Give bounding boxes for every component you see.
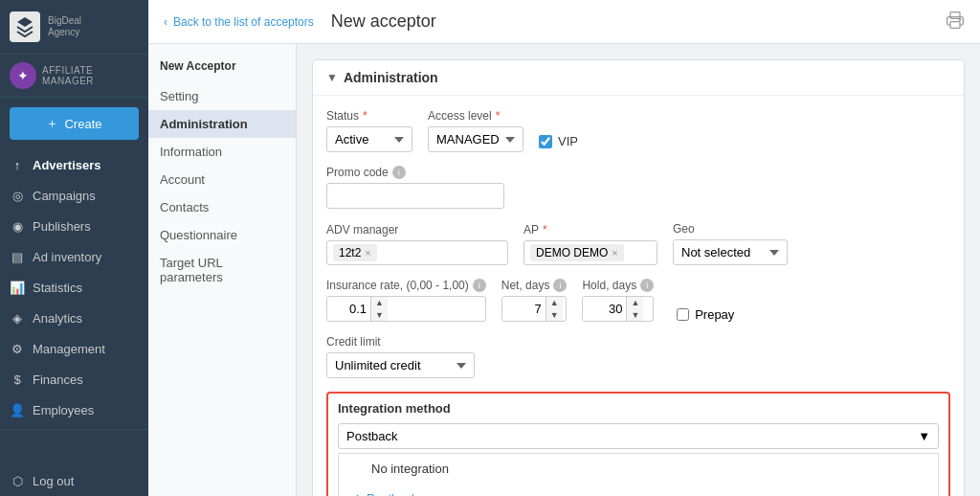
main-area: ‹ Back to the list of acceptors New acce… bbox=[148, 0, 980, 496]
hold-days-increment[interactable]: ▲ bbox=[627, 297, 643, 309]
sidebar: BigDeal Agency ✦ AFFILIATE MANAGER ＋ Cre… bbox=[0, 0, 148, 496]
vip-group: VIP bbox=[539, 134, 578, 152]
adv-manager-group: ADV manager 12t2 × bbox=[326, 223, 508, 265]
logo-text: BigDeal Agency bbox=[48, 15, 81, 38]
sidebar-item-employees[interactable]: 👤 Employees bbox=[0, 395, 148, 425]
adv-manager-remove-icon[interactable]: × bbox=[365, 247, 370, 259]
hold-days-input-wrap: ▲ ▼ bbox=[582, 296, 654, 322]
logo-area: BigDeal Agency bbox=[0, 0, 148, 55]
administration-body: Status * Active Inactive Paused Ac bbox=[313, 96, 964, 496]
ap-input[interactable]: DEMO DEMO × bbox=[523, 240, 657, 265]
integration-option-no-integration[interactable]: No integration bbox=[339, 454, 938, 484]
net-days-input[interactable] bbox=[502, 297, 546, 321]
administration-section: ▼ Administration Status * Active bbox=[312, 59, 965, 496]
integration-option-postback[interactable]: ✓ Postback bbox=[339, 484, 938, 496]
insurance-rate-label: Insurance rate, (0,00 - 1,00) i bbox=[326, 279, 486, 292]
integration-chevron-icon: ▼ bbox=[918, 429, 930, 443]
status-select[interactable]: Active Inactive Paused bbox=[326, 126, 412, 152]
sub-nav-questionnaire[interactable]: Questionnaire bbox=[148, 221, 296, 249]
adv-manager-input[interactable]: 12t2 × bbox=[326, 240, 508, 265]
net-days-info-icon[interactable]: i bbox=[553, 279, 567, 292]
plus-icon: ＋ bbox=[46, 115, 58, 132]
affiliate-badge: ✦ AFFILIATE MANAGER bbox=[0, 55, 148, 98]
sidebar-item-campaigns[interactable]: ◎ Campaigns bbox=[0, 180, 148, 211]
sidebar-item-advertisers[interactable]: ↑ Advertisers bbox=[0, 149, 148, 180]
access-level-required: * bbox=[496, 109, 501, 123]
create-button[interactable]: ＋ Create bbox=[10, 107, 139, 140]
insurance-rate-input[interactable] bbox=[327, 297, 370, 321]
net-days-input-wrap: ▲ ▼ bbox=[501, 296, 568, 322]
management-icon: ⚙ bbox=[10, 341, 25, 356]
credit-limit-select[interactable]: Unlimited credit Limited credit No credi… bbox=[326, 352, 475, 378]
adv-manager-row: ADV manager 12t2 × AP * bbox=[326, 222, 950, 265]
promo-code-label: Promo code i bbox=[326, 166, 504, 179]
credit-limit-label: Credit limit bbox=[326, 335, 475, 349]
integration-method-select[interactable]: Postback ▼ bbox=[338, 423, 939, 449]
ap-remove-icon[interactable]: × bbox=[612, 247, 617, 259]
insurance-row: Insurance rate, (0,00 - 1,00) i ▲ ▼ bbox=[326, 279, 950, 322]
access-level-group: Access level * MANAGED SELF LIMITED bbox=[428, 109, 523, 152]
sub-nav-account[interactable]: Account bbox=[148, 166, 296, 193]
adv-manager-tag: 12t2 × bbox=[333, 244, 377, 261]
insurance-rate-group: Insurance rate, (0,00 - 1,00) i ▲ ▼ bbox=[326, 279, 486, 322]
sub-nav-contacts[interactable]: Contacts bbox=[148, 193, 296, 221]
hold-days-decrement[interactable]: ▼ bbox=[627, 309, 643, 322]
nav-separator bbox=[0, 429, 148, 430]
logout-icon: ⬡ bbox=[10, 473, 25, 488]
advertisers-icon: ↑ bbox=[10, 157, 25, 172]
hold-days-spin: ▲ ▼ bbox=[626, 297, 643, 321]
net-days-increment[interactable]: ▲ bbox=[546, 297, 563, 309]
geo-label: Geo bbox=[673, 222, 788, 236]
chevron-down-icon: ▼ bbox=[326, 71, 338, 84]
sub-sidebar-header: New Acceptor bbox=[148, 54, 296, 82]
vip-label: VIP bbox=[558, 134, 578, 148]
insurance-rate-input-wrap: ▲ ▼ bbox=[326, 296, 486, 322]
breadcrumb-link[interactable]: Back to the list of acceptors bbox=[173, 15, 314, 29]
print-button[interactable] bbox=[946, 11, 965, 33]
sidebar-item-management[interactable]: ⚙ Management bbox=[0, 333, 148, 364]
sub-nav-target-url[interactable]: Target URL parameters bbox=[148, 249, 296, 291]
net-days-label: Net, days i bbox=[501, 279, 568, 292]
form-content: ▼ Administration Status * Active bbox=[297, 44, 980, 496]
geo-select[interactable]: Not selected US EU APAC bbox=[673, 239, 788, 265]
administration-header[interactable]: ▼ Administration bbox=[313, 60, 964, 96]
promo-code-group: Promo code i bbox=[326, 166, 504, 209]
logout-item[interactable]: ⬡ Log out bbox=[0, 465, 148, 496]
sidebar-item-publishers[interactable]: ◉ Publishers bbox=[0, 211, 148, 241]
sub-nav-administration[interactable]: Administration bbox=[148, 110, 296, 138]
sub-nav-information[interactable]: Information bbox=[148, 138, 296, 166]
promo-code-row: Promo code i bbox=[326, 166, 950, 209]
sub-nav-setting[interactable]: Setting bbox=[148, 82, 296, 110]
publishers-icon: ◉ bbox=[10, 218, 25, 234]
prepay-checkbox[interactable] bbox=[677, 308, 689, 321]
status-row: Status * Active Inactive Paused Ac bbox=[326, 109, 950, 152]
ap-label: AP * bbox=[523, 223, 657, 237]
hold-days-input[interactable] bbox=[583, 297, 626, 321]
hold-days-label: Hold, days i bbox=[582, 279, 654, 292]
access-level-label: Access level * bbox=[428, 109, 523, 123]
insurance-rate-increment[interactable]: ▲ bbox=[371, 297, 388, 309]
sidebar-item-ad-inventory[interactable]: ▤ Ad inventory bbox=[0, 241, 148, 272]
svg-rect-1 bbox=[950, 22, 960, 29]
promo-code-input[interactable] bbox=[326, 183, 504, 209]
vip-checkbox-row: VIP bbox=[539, 134, 578, 148]
svg-point-2 bbox=[959, 18, 961, 20]
affiliate-label: AFFILIATE MANAGER bbox=[42, 65, 139, 86]
page-title: New acceptor bbox=[331, 11, 436, 32]
analytics-icon: ◈ bbox=[10, 310, 25, 326]
insurance-rate-info-icon[interactable]: i bbox=[473, 279, 486, 292]
sidebar-item-statistics[interactable]: 📊 Statistics bbox=[0, 272, 148, 303]
promo-code-info-icon[interactable]: i bbox=[392, 166, 406, 179]
access-level-select[interactable]: MANAGED SELF LIMITED bbox=[428, 126, 523, 152]
administration-title: Administration bbox=[344, 70, 438, 85]
credit-limit-row: Credit limit Unlimited credit Limited cr… bbox=[326, 335, 950, 378]
hold-days-info-icon[interactable]: i bbox=[640, 279, 654, 292]
net-days-decrement[interactable]: ▼ bbox=[546, 309, 563, 322]
sidebar-item-analytics[interactable]: ◈ Analytics bbox=[0, 303, 148, 333]
hold-days-group: Hold, days i ▲ ▼ bbox=[582, 279, 654, 322]
sidebar-item-finances[interactable]: $ Finances bbox=[0, 364, 148, 395]
breadcrumb: ‹ Back to the list of acceptors New acce… bbox=[164, 11, 436, 32]
insurance-rate-decrement[interactable]: ▼ bbox=[371, 309, 388, 322]
vip-checkbox[interactable] bbox=[539, 135, 552, 148]
prepay-label: Prepay bbox=[695, 307, 734, 322]
